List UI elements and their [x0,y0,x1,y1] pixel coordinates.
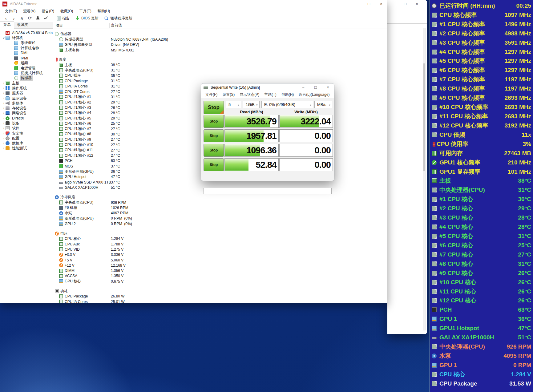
sidebar-item-传感器[interactable]: 传感器 [0,76,53,81]
column-item[interactable]: 项目 [55,23,63,28]
stop-row-button[interactable]: Stop [204,115,224,128]
run-count-select[interactable]: 5∨ [226,101,241,108]
sensor-row[interactable]: +12 V12.168 V [53,263,387,268]
minimize-button[interactable]: − [350,0,363,8]
column-value[interactable]: 当前值 [111,23,122,28]
tree-chevron-icon[interactable]: › [2,82,6,85]
sidebar-item-配置[interactable]: ›配置 [0,136,53,141]
sensor-row[interactable]: 主板名称MSI MS-7D31 [53,47,387,53]
sensor-row[interactable]: CPU 核心1.284 V [53,236,387,241]
sidebar-item-软件[interactable]: ›软件 [0,126,53,131]
sidebar-item-DirectX[interactable]: ›DirectX [0,116,53,121]
stop-all-button[interactable]: Stop [204,101,224,114]
refresh-button[interactable]: ⟳ [26,15,34,21]
report-button[interactable]: 报告 [54,16,72,21]
test-size-select[interactable]: 1GiB∨ [243,101,260,108]
sidebar-item-安全性[interactable]: ›安全性 [0,131,53,136]
group-header[interactable]: 温度 [53,57,387,62]
user-icon[interactable] [34,16,42,21]
sensor-row[interactable]: CPU 插座35 °C [53,73,387,78]
sensor-row[interactable]: 水泵4067 RPM [53,211,387,216]
chart-icon[interactable] [42,16,50,21]
stop-row-button[interactable]: Stop [204,144,224,157]
sensor-row[interactable]: 中央处理器(CPU)936 RPM [53,200,387,205]
tree-chevron-icon[interactable]: › [2,111,6,115]
group-header[interactable]: 电压 [53,231,387,236]
sidebar-item-主板[interactable]: ›主板 [0,81,53,86]
unit-select[interactable]: MB/s∨ [314,101,332,108]
tab-favorites[interactable]: 收藏夹 [14,22,31,28]
tree-chevron-icon[interactable]: › [2,91,6,95]
menu-item-3[interactable]: 收藏(O) [57,9,76,14]
tree-chevron-icon[interactable]: › [2,122,6,125]
column-divider[interactable] [222,23,222,28]
menu-item-4[interactable]: 工具(T) [76,9,94,14]
minimize-button[interactable]: − [390,2,397,6]
sensor-row[interactable]: 主板38 °C [53,62,387,67]
dialog-menu-item-4[interactable]: 帮助(H) [279,92,297,97]
up-button[interactable]: ∧ [18,15,26,21]
back-button[interactable]: ‹ [2,16,10,21]
tree-chevron-icon[interactable]: › [2,137,6,140]
driver-update-button[interactable]: 驱动程序更新 [101,16,135,21]
sensor-row[interactable]: +3.3 V3.336 V [53,252,387,257]
sensor-row[interactable]: GPU 核心0.675 V [53,279,387,284]
tab-menu[interactable]: 菜单 [0,21,14,29]
sensor-row[interactable]: CPU VID1.275 V [53,247,387,252]
scrollbar[interactable] [423,28,426,330]
scrollbar-thumb[interactable] [423,63,425,171]
comment-input[interactable] [204,188,332,194]
target-drive-select[interactable]: E: 0% (0/954GiB)∨ [261,101,313,108]
dialog-menu-item-1[interactable]: 设置(S) [220,92,237,97]
sensor-row[interactable]: 图形处理器(GPU)0 RPM (0%) [53,216,387,221]
tree-chevron-icon[interactable]: › [2,132,6,135]
tree-chevron-icon[interactable]: › [2,87,6,90]
maximize-button[interactable]: □ [363,0,375,8]
sensor-row[interactable]: GPU 20 RPM (0%) [53,221,387,226]
sidebar-item-便携式计算机[interactable]: 便携式计算机 [0,71,53,75]
sidebar-item-设备[interactable]: ›设备 [0,121,53,126]
sensor-row[interactable]: +5 V5.060 V [53,257,387,263]
sensor-row[interactable]: CPU Package26.80 W [53,294,387,299]
sensor-row[interactable]: 中央处理器(CPU)31 °C [53,68,387,73]
sensor-row[interactable]: #6 机箱1026 RPM [53,205,387,210]
tree-chevron-icon[interactable]: › [2,127,6,130]
maximize-button[interactable]: □ [402,2,409,6]
stop-row-button[interactable]: Stop [204,158,224,171]
group-header[interactable]: 传感器 [53,31,387,37]
menu-item-1[interactable]: 查看(V) [20,9,38,14]
column-divider[interactable] [109,23,110,28]
sidebar-item-服务器[interactable]: ›服务器 [0,91,53,96]
dialog-menu-item-2[interactable]: 显示状态(P) [237,92,262,97]
tree-chevron-icon[interactable]: › [2,97,6,100]
menu-item-2[interactable]: 报告(R) [38,9,57,14]
sidebar-item-计算机[interactable]: ∨计算机 [0,35,53,40]
sidebar-item-网络设备[interactable]: ›网络设备 [0,111,53,116]
sidebar-item-性能测试[interactable]: ›性能测试 [0,146,53,151]
sensor-row[interactable]: CPU IA Cores25.01 W [53,299,387,303]
close-button[interactable]: × [375,0,387,8]
sensor-row[interactable]: 传感器类型Nuvoton NCT6687D-M (ISA A20h) [53,37,387,42]
bios-update-button[interactable]: BIOS 更新 [72,16,101,21]
tree-chevron-icon[interactable]: › [2,117,6,120]
tree-chevron-icon[interactable]: ∨ [2,36,6,40]
tree-chevron-icon[interactable]: › [2,107,6,110]
sidebar-item-多媒体[interactable]: ›多媒体 [0,101,53,106]
maximize-button[interactable]: □ [309,83,322,91]
close-button[interactable]: × [322,83,334,91]
sidebar-item-电源管理[interactable]: 电源管理 [0,66,53,71]
sidebar-item-数据库[interactable]: ›数据库 [0,141,53,146]
sidebar-item-显示设备[interactable]: ›显示设备 [0,96,53,101]
tree-chevron-icon[interactable]: › [2,102,6,105]
sidebar-item-IPMI[interactable]: IPMI [0,55,53,60]
sensor-row[interactable]: DIMM1.356 V [53,268,387,273]
menu-item-5[interactable]: 帮助(H) [95,9,113,14]
sensor-row[interactable]: GPU 传感器类型Driver (NV-DRV) [53,42,387,47]
sidebar-item-超频[interactable]: 超频 [0,61,53,66]
dialog-menu-item-3[interactable]: 主题(T) [262,92,279,97]
stop-row-button[interactable]: Stop [204,129,224,142]
group-header[interactable]: 功耗 [53,288,387,293]
sidebar-item-DMI[interactable]: DMI [0,51,53,55]
sidebar-item-AIDA64 v6.70.6014 Beta[interactable]: 64AIDA64 v6.70.6014 Beta [0,30,53,35]
forward-button[interactable]: › [10,16,18,21]
